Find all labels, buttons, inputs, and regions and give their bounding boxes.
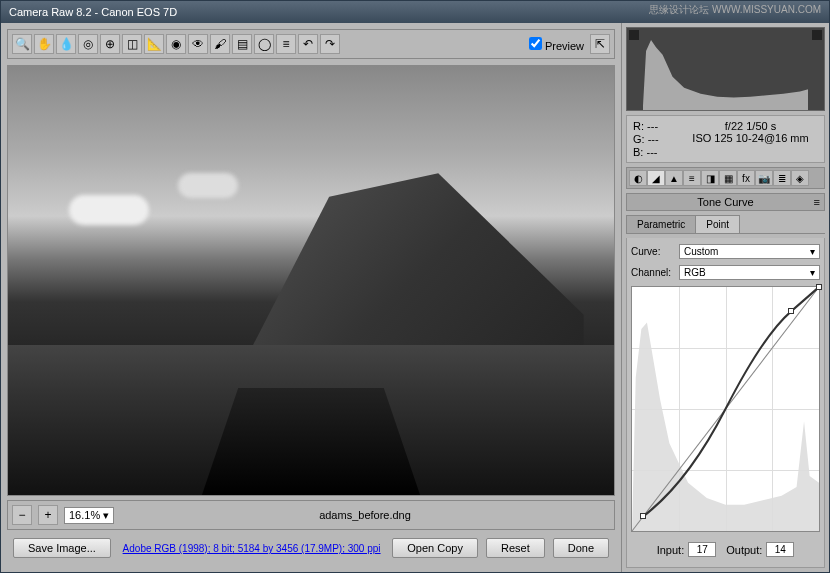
r-label: R: xyxy=(633,120,644,132)
calibration-tab-icon[interactable]: 📷 xyxy=(755,170,773,186)
radial-filter-tool-icon[interactable]: ◯ xyxy=(254,34,274,54)
split-toning-tab-icon[interactable]: ◨ xyxy=(701,170,719,186)
zoom-tool-icon[interactable]: 🔍 xyxy=(12,34,32,54)
zoom-level-select[interactable]: 16.1% xyxy=(64,507,114,524)
input-value-field[interactable] xyxy=(688,542,716,557)
zoom-bar: − + 16.1% adams_before.dng xyxy=(7,500,615,530)
watermark: 思缘设计论坛 WWW.MISSYUAN.COM xyxy=(649,3,821,17)
g-value: --- xyxy=(648,133,659,145)
hsl-tab-icon[interactable]: ≡ xyxy=(683,170,701,186)
b-value: --- xyxy=(646,146,657,158)
b-label: B: xyxy=(633,146,643,158)
exposure-readout: f/22 1/50 s xyxy=(683,120,818,132)
curve-io-row: Input: Output: xyxy=(631,538,820,561)
rotate-left-icon[interactable]: ↶ xyxy=(298,34,318,54)
top-toolbar: 🔍 ✋ 💧 ◎ ⊕ ◫ 📐 ◉ 👁 🖌 ▤ ◯ ≡ ↶ ↷ Preview ⇱ xyxy=(7,29,615,59)
effects-tab-icon[interactable]: fx xyxy=(737,170,755,186)
graduated-filter-tool-icon[interactable]: ▤ xyxy=(232,34,252,54)
spot-removal-tool-icon[interactable]: ◉ xyxy=(166,34,186,54)
curve-line xyxy=(632,287,819,531)
workflow-options-link[interactable]: Adobe RGB (1998); 8 bit; 5184 by 3456 (1… xyxy=(123,543,381,554)
photo-content xyxy=(8,66,614,495)
histogram[interactable] xyxy=(626,27,825,111)
curve-point[interactable] xyxy=(816,284,822,290)
detail-tab-icon[interactable]: ▲ xyxy=(665,170,683,186)
preferences-tool-icon[interactable]: ≡ xyxy=(276,34,296,54)
hand-tool-icon[interactable]: ✋ xyxy=(34,34,54,54)
input-label: Input: xyxy=(657,544,685,556)
color-sampler-tool-icon[interactable]: ◎ xyxy=(78,34,98,54)
fullscreen-icon[interactable]: ⇱ xyxy=(590,34,610,54)
left-panel: 🔍 ✋ 💧 ◎ ⊕ ◫ 📐 ◉ 👁 🖌 ▤ ◯ ≡ ↶ ↷ Preview ⇱ xyxy=(1,23,621,572)
g-label: G: xyxy=(633,133,645,145)
crop-tool-icon[interactable]: ◫ xyxy=(122,34,142,54)
adjustment-tabs: ◐ ◢ ▲ ≡ ◨ ▦ fx 📷 ≣ ◈ xyxy=(626,167,825,189)
lens-tab-icon[interactable]: ▦ xyxy=(719,170,737,186)
curve-point[interactable] xyxy=(788,308,794,314)
white-balance-tool-icon[interactable]: 💧 xyxy=(56,34,76,54)
snapshots-tab-icon[interactable]: ◈ xyxy=(791,170,809,186)
adjustment-brush-tool-icon[interactable]: 🖌 xyxy=(210,34,230,54)
filename-label: adams_before.dng xyxy=(120,509,610,521)
camera-raw-window: Camera Raw 8.2 - Canon EOS 7D 思缘设计论坛 WWW… xyxy=(0,0,830,573)
preview-checkbox[interactable] xyxy=(529,37,542,50)
save-image-button[interactable]: Save Image... xyxy=(13,538,111,558)
tone-curve-tab-icon[interactable]: ◢ xyxy=(647,170,665,186)
point-tab[interactable]: Point xyxy=(695,215,740,233)
curve-controls: Curve: Custom Channel: RGB xyxy=(626,238,825,568)
rotate-right-icon[interactable]: ↷ xyxy=(320,34,340,54)
open-copy-button[interactable]: Open Copy xyxy=(392,538,478,558)
bottom-bar: Save Image... Adobe RGB (1998); 8 bit; 5… xyxy=(7,530,615,566)
cloud-shape xyxy=(69,195,149,225)
zoom-out-icon[interactable]: − xyxy=(12,505,32,525)
channel-label: Channel: xyxy=(631,267,675,278)
done-button[interactable]: Done xyxy=(553,538,609,558)
panel-menu-icon[interactable]: ≡ xyxy=(814,196,820,208)
panel-title: Tone Curve ≡ xyxy=(626,193,825,211)
curve-editor[interactable] xyxy=(631,286,820,532)
preview-checkbox-label[interactable]: Preview xyxy=(529,37,584,52)
output-value-field[interactable] xyxy=(766,542,794,557)
iso-readout: ISO 125 10-24@16 mm xyxy=(683,132,818,144)
cloud-shape xyxy=(178,173,238,198)
image-preview[interactable] xyxy=(7,65,615,496)
window-title: Camera Raw 8.2 - Canon EOS 7D xyxy=(9,6,177,18)
straighten-tool-icon[interactable]: 📐 xyxy=(144,34,164,54)
targeted-adjust-tool-icon[interactable]: ⊕ xyxy=(100,34,120,54)
curve-label: Curve: xyxy=(631,246,675,257)
basic-tab-icon[interactable]: ◐ xyxy=(629,170,647,186)
curve-preset-select[interactable]: Custom xyxy=(679,244,820,259)
curve-subtabs: Parametric Point xyxy=(626,215,825,234)
red-eye-tool-icon[interactable]: 👁 xyxy=(188,34,208,54)
histogram-shape xyxy=(643,36,808,110)
highlight-clip-warning-icon[interactable] xyxy=(812,30,822,40)
reset-button[interactable]: Reset xyxy=(486,538,545,558)
parametric-tab[interactable]: Parametric xyxy=(626,215,696,233)
right-panel: R: --- G: --- B: --- f/22 1/50 s ISO 125… xyxy=(621,23,829,572)
r-value: --- xyxy=(647,120,658,132)
output-label: Output: xyxy=(726,544,762,556)
presets-tab-icon[interactable]: ≣ xyxy=(773,170,791,186)
channel-select[interactable]: RGB xyxy=(679,265,820,280)
shadow-clip-warning-icon[interactable] xyxy=(629,30,639,40)
curve-point[interactable] xyxy=(640,513,646,519)
zoom-in-icon[interactable]: + xyxy=(38,505,58,525)
exif-readout: R: --- G: --- B: --- f/22 1/50 s ISO 125… xyxy=(626,115,825,163)
